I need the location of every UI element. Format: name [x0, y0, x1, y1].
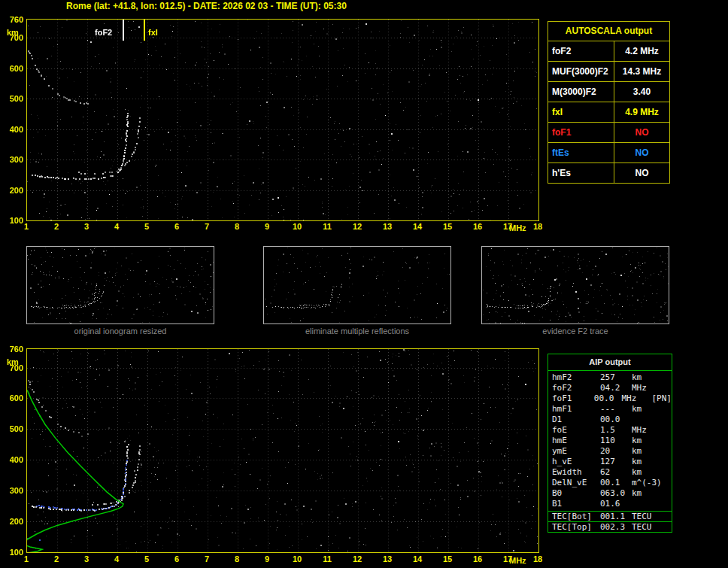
autoscala-table-row: foF24.2 MHz [548, 41, 669, 62]
y-tick-label: 600 [3, 393, 23, 402]
aip-row-value: 01.6 [600, 499, 632, 509]
autoscala-output-rows: foF24.2 MHzMUF(3000)F214.3 MHzM(3000)F23… [548, 41, 669, 183]
autoscala-table-row: h'EsNO [548, 163, 669, 183]
y-tick-label: 200 [3, 517, 23, 526]
x-tick-label: 8 [228, 554, 246, 563]
aip-row-value: 001.1 [600, 512, 632, 521]
aip-row-note [666, 383, 672, 393]
x-tick-label: 11 [318, 554, 336, 563]
thumbnail-caption-evidence: evidence F2 trace [481, 327, 669, 336]
x-tick-label: 16 [469, 222, 487, 231]
aip-row-value: --- [600, 404, 632, 415]
thumbnail-evidence-f2 [481, 246, 669, 324]
autoscala-row-label: foF2 [548, 41, 614, 61]
aip-table-row: foF204.2MHz [548, 383, 672, 393]
aip-row-value: 00.0 [600, 415, 632, 425]
aip-row-label: foF2 [548, 383, 600, 393]
aip-row-note [666, 522, 672, 532]
autoscala-row-value: NO [614, 163, 669, 183]
x-tick-label: 10 [288, 554, 306, 563]
autoscala-row-label: MUF(3000)F2 [548, 62, 614, 81]
thumbnail-caption-original: original ionogram resized [26, 327, 214, 336]
aip-row-note [666, 372, 672, 383]
autoscala-output-table: AUTOSCALA output foF24.2 MHzMUF(3000)F21… [548, 21, 670, 184]
y-tick-label: 500 [3, 94, 23, 103]
x-tick-label: 2 [47, 554, 65, 563]
aip-row-label: DelN_vE [548, 478, 600, 488]
x-axis-unit-label: MHz [509, 556, 526, 565]
aip-row-note [666, 415, 672, 425]
aip-row-label: hmE [548, 436, 600, 446]
y-tick-label: 300 [3, 486, 23, 495]
aip-table-row: hmE110km [548, 436, 672, 446]
aip-row-note [666, 436, 672, 446]
autoscala-row-label: fxI [548, 102, 614, 122]
autoscala-row-label: h'Es [548, 163, 614, 183]
x-tick-label: 14 [408, 222, 426, 231]
x-tick-label: 13 [378, 554, 396, 563]
thumbnail-original-ionogram-canvas [27, 247, 214, 323]
aip-row-note [666, 457, 672, 467]
x-tick-label: 9 [258, 554, 276, 563]
x-tick-label: 15 [438, 222, 457, 231]
aip-row-unit: MHz [621, 393, 651, 404]
x-tick-label: 12 [348, 554, 366, 563]
thumbnail-eliminate-reflections-canvas [264, 247, 450, 323]
aip-row-label: Ewidth [548, 467, 600, 478]
y-tick-label: 600 [3, 64, 23, 73]
x-tick-label: 12 [348, 222, 366, 231]
thumbnail-caption-eliminate: eliminate multiple reflections [263, 327, 451, 336]
x-tick-label: 18 [529, 554, 547, 563]
aip-table-row: D100.0 [548, 415, 672, 425]
thumbnail-original-ionogram [26, 246, 214, 324]
x-tick-label: 6 [168, 554, 186, 563]
aip-table-row: Ewidth62km [548, 467, 672, 478]
fxi-marker-label: fxI [148, 28, 158, 37]
y-axis-unit-label: km [7, 357, 19, 366]
restored-ionogram-canvas [27, 349, 538, 552]
aip-table-row: ymE20km [548, 446, 672, 457]
aip-row-value: 002.3 [600, 522, 632, 532]
autoscala-row-value: NO [614, 123, 669, 142]
autoscala-row-label: M(3000)F2 [548, 82, 614, 102]
aip-row-note [666, 404, 672, 415]
aip-row-unit: km [632, 488, 666, 499]
page-title: Rome (lat: +41.8, lon: 012.5) - DATE: 20… [66, 1, 347, 11]
fof2-marker-label: foF2 [95, 28, 112, 37]
aip-row-value: 1.5 [600, 425, 632, 436]
aip-row-value: 110 [600, 436, 632, 446]
x-tick-label: 16 [469, 554, 487, 563]
x-tick-label: 1 [17, 554, 35, 563]
aip-row-value: 04.2 [600, 383, 632, 393]
aip-output-rows: hmF2257kmfoF204.2MHzfoF100.0MHz[PN]hmF1-… [548, 371, 672, 509]
autoscala-row-value: 4.9 MHz [614, 102, 669, 122]
aip-table-row: foE1.5MHz [548, 425, 672, 436]
aip-output-tec-rows: TEC[Bot]001.1TECUTEC[Top]002.3TECU [548, 511, 672, 532]
y-tick-label: 760 [3, 15, 23, 24]
x-tick-label: 18 [529, 222, 547, 231]
aip-row-value: 00.0 [594, 393, 622, 404]
aip-output-title: AIP output [548, 354, 672, 371]
aip-row-unit [632, 499, 666, 509]
aip-row-label: B1 [548, 499, 600, 509]
aip-row-unit: TECU [632, 512, 666, 521]
autoscala-row-value: 3.40 [614, 82, 669, 102]
x-tick-label: 15 [438, 554, 457, 563]
aip-table-row: TEC[Top]002.3TECU [548, 522, 672, 532]
aip-row-unit: km [632, 404, 666, 415]
aip-row-label: ymE [548, 446, 600, 457]
aip-row-note [666, 425, 672, 436]
aip-row-label: hmF1 [548, 404, 600, 415]
aip-row-unit: MHz [632, 383, 666, 393]
aip-table-row: TEC[Bot]001.1TECU [548, 512, 672, 522]
aip-row-label: TEC[Bot] [548, 512, 600, 521]
y-tick-label: 400 [3, 125, 23, 134]
y-tick-label: 760 [3, 345, 23, 354]
aip-table-row: B101.6 [548, 499, 672, 509]
autoscala-table-row: MUF(3000)F214.3 MHz [548, 62, 669, 82]
x-tick-label: 3 [77, 554, 96, 563]
aip-row-note [666, 512, 672, 521]
aip-row-value: 127 [600, 457, 632, 467]
autoscala-table-row: M(3000)F23.40 [548, 82, 669, 102]
autoscala-table-row: ftEsNO [548, 143, 669, 163]
